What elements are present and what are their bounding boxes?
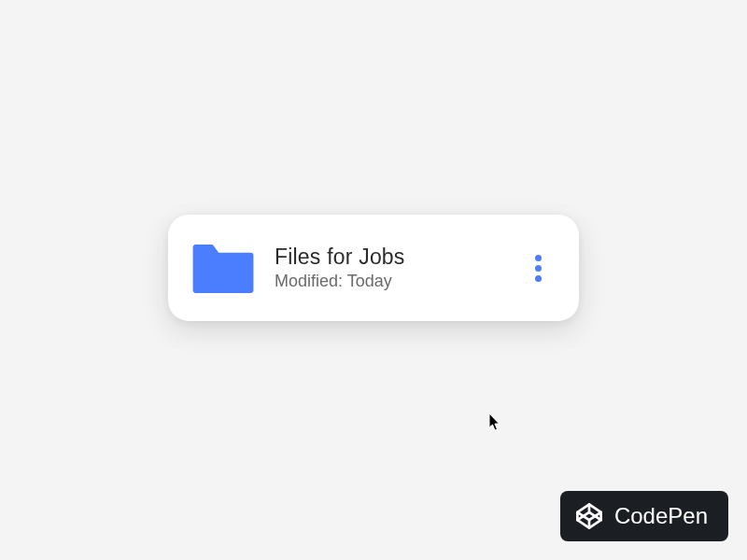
more-vertical-icon — [535, 265, 542, 272]
folder-icon — [192, 243, 254, 293]
folder-subtitle: Modified: Today — [275, 272, 514, 291]
card-text: Files for Jobs Modified: Today — [275, 245, 514, 291]
codepen-icon — [575, 502, 603, 530]
more-vertical-icon — [535, 275, 542, 282]
codepen-label: CodePen — [614, 503, 708, 529]
folder-title: Files for Jobs — [275, 245, 514, 270]
more-options-button[interactable] — [521, 251, 555, 285]
codepen-badge[interactable]: CodePen — [560, 491, 728, 541]
cursor-icon — [489, 413, 502, 432]
folder-card[interactable]: Files for Jobs Modified: Today — [168, 215, 579, 321]
more-vertical-icon — [535, 255, 542, 261]
